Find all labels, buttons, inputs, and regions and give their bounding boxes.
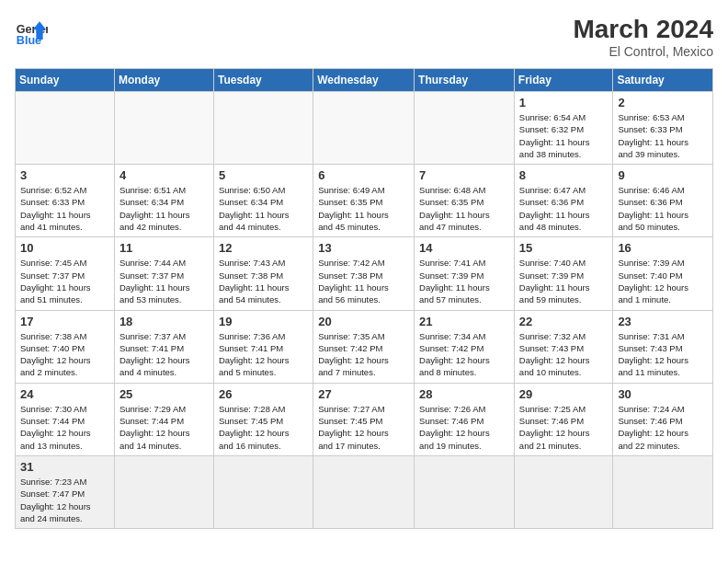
calendar-cell: 12Sunrise: 7:43 AM Sunset: 7:38 PM Dayli…	[213, 237, 313, 310]
day-header-wednesday: Wednesday	[313, 69, 415, 92]
cell-info: Sunrise: 7:25 AM Sunset: 7:46 PM Dayligh…	[519, 403, 609, 452]
cell-info: Sunrise: 7:30 AM Sunset: 7:44 PM Dayligh…	[20, 403, 109, 452]
calendar-cell: 8Sunrise: 6:47 AM Sunset: 6:36 PM Daylig…	[514, 165, 613, 237]
logo: General Blue	[15, 15, 48, 48]
day-header-monday: Monday	[114, 69, 213, 92]
cell-info: Sunrise: 7:42 AM Sunset: 7:38 PM Dayligh…	[318, 257, 409, 305]
cell-info: Sunrise: 6:53 AM Sunset: 6:33 PM Dayligh…	[618, 111, 708, 160]
day-number: 22	[519, 315, 609, 328]
calendar-cell: 5Sunrise: 6:50 AM Sunset: 6:34 PM Daylig…	[213, 165, 313, 237]
calendar-cell: 1Sunrise: 6:54 AM Sunset: 6:32 PM Daylig…	[514, 92, 613, 165]
week-row-1: 3Sunrise: 6:52 AM Sunset: 6:33 PM Daylig…	[16, 165, 713, 237]
calendar-cell: 22Sunrise: 7:32 AM Sunset: 7:43 PM Dayli…	[514, 310, 613, 383]
month-year: March 2024	[573, 15, 713, 44]
day-header-saturday: Saturday	[613, 69, 713, 92]
cell-info: Sunrise: 7:29 AM Sunset: 7:44 PM Dayligh…	[119, 403, 209, 452]
cell-info: Sunrise: 6:49 AM Sunset: 6:35 PM Dayligh…	[318, 184, 409, 233]
calendar-cell: 18Sunrise: 7:37 AM Sunset: 7:41 PM Dayli…	[114, 310, 213, 383]
logo-icon: General Blue	[15, 15, 48, 48]
day-number: 29	[519, 387, 609, 401]
calendar-cell: 23Sunrise: 7:31 AM Sunset: 7:43 PM Dayli…	[613, 310, 713, 383]
day-header-tuesday: Tuesday	[213, 69, 313, 92]
day-number: 30	[618, 387, 708, 401]
calendar-cell: 19Sunrise: 7:36 AM Sunset: 7:41 PM Dayli…	[213, 310, 313, 383]
day-number: 7	[419, 168, 509, 182]
calendar-cell	[415, 455, 515, 528]
week-row-2: 10Sunrise: 7:45 AM Sunset: 7:37 PM Dayli…	[16, 237, 713, 310]
calendar-cell: 31Sunrise: 7:23 AM Sunset: 7:47 PM Dayli…	[16, 455, 115, 528]
calendar-cell: 16Sunrise: 7:39 AM Sunset: 7:40 PM Dayli…	[613, 237, 713, 310]
week-row-0: 1Sunrise: 6:54 AM Sunset: 6:32 PM Daylig…	[16, 92, 713, 165]
calendar-cell: 25Sunrise: 7:29 AM Sunset: 7:44 PM Dayli…	[114, 383, 213, 455]
calendar-cell: 4Sunrise: 6:51 AM Sunset: 6:34 PM Daylig…	[114, 165, 213, 237]
cell-info: Sunrise: 7:41 AM Sunset: 7:39 PM Dayligh…	[419, 257, 509, 305]
day-number: 25	[119, 387, 209, 401]
day-number: 28	[419, 387, 509, 401]
calendar-cell	[114, 455, 213, 528]
calendar-cell: 3Sunrise: 6:52 AM Sunset: 6:33 PM Daylig…	[16, 165, 115, 237]
day-number: 27	[318, 387, 409, 401]
cell-info: Sunrise: 6:51 AM Sunset: 6:34 PM Dayligh…	[119, 184, 209, 233]
cell-info: Sunrise: 7:27 AM Sunset: 7:45 PM Dayligh…	[318, 403, 409, 452]
calendar-cell	[16, 92, 115, 165]
cell-info: Sunrise: 7:39 AM Sunset: 7:40 PM Dayligh…	[618, 257, 708, 305]
calendar-cell: 29Sunrise: 7:25 AM Sunset: 7:46 PM Dayli…	[514, 383, 613, 455]
cell-info: Sunrise: 7:43 AM Sunset: 7:38 PM Dayligh…	[219, 257, 308, 305]
cell-info: Sunrise: 7:37 AM Sunset: 7:41 PM Dayligh…	[119, 330, 209, 379]
day-number: 5	[219, 168, 308, 182]
calendar-cell	[613, 455, 713, 528]
day-number: 2	[618, 96, 708, 109]
day-number: 17	[20, 315, 109, 328]
cell-info: Sunrise: 7:26 AM Sunset: 7:46 PM Dayligh…	[419, 403, 509, 452]
calendar-cell	[114, 92, 213, 165]
day-header-thursday: Thursday	[415, 69, 515, 92]
calendar-cell: 11Sunrise: 7:44 AM Sunset: 7:37 PM Dayli…	[114, 237, 213, 310]
cell-info: Sunrise: 6:50 AM Sunset: 6:34 PM Dayligh…	[219, 184, 308, 233]
day-number: 14	[419, 241, 509, 255]
cell-info: Sunrise: 7:44 AM Sunset: 7:37 PM Dayligh…	[119, 257, 209, 305]
day-number: 13	[318, 241, 409, 255]
cell-info: Sunrise: 7:40 AM Sunset: 7:39 PM Dayligh…	[519, 257, 609, 305]
cell-info: Sunrise: 6:46 AM Sunset: 6:36 PM Dayligh…	[618, 184, 708, 233]
day-number: 3	[20, 168, 109, 182]
day-number: 23	[618, 315, 708, 328]
cell-info: Sunrise: 7:32 AM Sunset: 7:43 PM Dayligh…	[519, 330, 609, 379]
day-number: 4	[119, 168, 209, 182]
cell-info: Sunrise: 7:24 AM Sunset: 7:46 PM Dayligh…	[618, 403, 708, 452]
day-number: 11	[119, 241, 209, 255]
calendar-cell	[415, 92, 515, 165]
cell-info: Sunrise: 7:35 AM Sunset: 7:42 PM Dayligh…	[318, 330, 409, 379]
cell-info: Sunrise: 6:54 AM Sunset: 6:32 PM Dayligh…	[519, 111, 609, 160]
calendar-cell: 28Sunrise: 7:26 AM Sunset: 7:46 PM Dayli…	[415, 383, 515, 455]
day-number: 21	[419, 315, 509, 328]
day-number: 26	[219, 387, 308, 401]
cell-info: Sunrise: 6:47 AM Sunset: 6:36 PM Dayligh…	[519, 184, 609, 233]
calendar-table: SundayMondayTuesdayWednesdayThursdayFrid…	[15, 68, 713, 529]
calendar-cell: 24Sunrise: 7:30 AM Sunset: 7:44 PM Dayli…	[16, 383, 115, 455]
location: El Control, Mexico	[573, 44, 713, 59]
calendar-cell	[313, 92, 415, 165]
day-number: 16	[618, 241, 708, 255]
calendar-cell: 13Sunrise: 7:42 AM Sunset: 7:38 PM Dayli…	[313, 237, 415, 310]
calendar-cell: 26Sunrise: 7:28 AM Sunset: 7:45 PM Dayli…	[213, 383, 313, 455]
calendar-cell	[213, 455, 313, 528]
calendar-cell: 21Sunrise: 7:34 AM Sunset: 7:42 PM Dayli…	[415, 310, 515, 383]
header-row: SundayMondayTuesdayWednesdayThursdayFrid…	[16, 69, 713, 92]
title-block: March 2024 El Control, Mexico	[573, 15, 713, 59]
cell-info: Sunrise: 7:34 AM Sunset: 7:42 PM Dayligh…	[419, 330, 509, 379]
cell-info: Sunrise: 6:52 AM Sunset: 6:33 PM Dayligh…	[20, 184, 109, 233]
day-header-friday: Friday	[514, 69, 613, 92]
calendar-cell: 20Sunrise: 7:35 AM Sunset: 7:42 PM Dayli…	[313, 310, 415, 383]
day-number: 8	[519, 168, 609, 182]
cell-info: Sunrise: 7:38 AM Sunset: 7:40 PM Dayligh…	[20, 330, 109, 379]
cell-info: Sunrise: 6:48 AM Sunset: 6:35 PM Dayligh…	[419, 184, 509, 233]
day-number: 9	[618, 168, 708, 182]
cell-info: Sunrise: 7:23 AM Sunset: 7:47 PM Dayligh…	[20, 476, 109, 524]
calendar-cell: 10Sunrise: 7:45 AM Sunset: 7:37 PM Dayli…	[16, 237, 115, 310]
calendar-cell: 6Sunrise: 6:49 AM Sunset: 6:35 PM Daylig…	[313, 165, 415, 237]
cell-info: Sunrise: 7:45 AM Sunset: 7:37 PM Dayligh…	[20, 257, 109, 305]
week-row-4: 24Sunrise: 7:30 AM Sunset: 7:44 PM Dayli…	[16, 383, 713, 455]
calendar-cell	[514, 455, 613, 528]
calendar-cell: 27Sunrise: 7:27 AM Sunset: 7:45 PM Dayli…	[313, 383, 415, 455]
week-row-5: 31Sunrise: 7:23 AM Sunset: 7:47 PM Dayli…	[16, 455, 713, 528]
